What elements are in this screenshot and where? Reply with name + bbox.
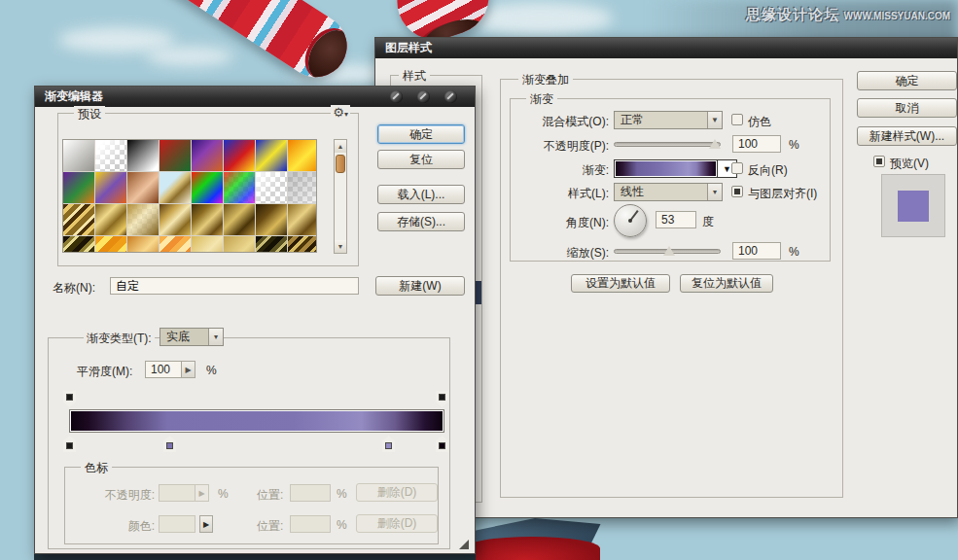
gradient-preset-swatch[interactable] (63, 204, 94, 235)
gear-icon[interactable]: ⚙▾ (331, 105, 350, 120)
gradient-preset-swatch[interactable] (192, 172, 223, 203)
styles-panel-label: 样式 (399, 68, 430, 85)
gradient-preset-swatch[interactable] (256, 140, 287, 171)
scale-slider[interactable] (614, 249, 721, 254)
gradient-editor-body: 预设 ⚙▾ ▲ ▼ 确定 复位 载入(L)... 存储(S)... (35, 107, 475, 553)
stop-opacity-spinner-button: ▶ (195, 484, 209, 502)
opacity-value[interactable]: 100 (732, 135, 781, 153)
gradient-preset-swatch[interactable] (127, 172, 159, 203)
angle-dial[interactable] (614, 204, 647, 237)
gradient-preset-swatch[interactable] (224, 140, 255, 171)
smoothness-value[interactable]: 100 (145, 361, 182, 378)
gradient-preset-swatch[interactable] (288, 236, 317, 253)
gradient-preset-swatch[interactable] (288, 204, 317, 235)
gradient-preset-swatch[interactable] (63, 236, 94, 253)
gradient-preset-swatch[interactable] (160, 172, 191, 203)
scroll-thumb[interactable] (336, 155, 345, 173)
preview-checkbox[interactable] (873, 156, 885, 167)
gradient-preset-swatch[interactable] (224, 236, 255, 253)
gradient-preset-swatch[interactable] (63, 140, 94, 171)
gradient-preset-swatch[interactable] (192, 204, 223, 235)
color-stop-chip (385, 442, 392, 449)
scroll-up-icon[interactable]: ▲ (335, 140, 346, 153)
gradient-preset-swatch[interactable] (160, 204, 191, 235)
gradient-preview[interactable] (614, 159, 718, 178)
gradient-preset-swatch[interactable] (192, 140, 223, 171)
gradient-preset-swatch[interactable] (127, 236, 159, 253)
name-input[interactable] (110, 277, 359, 295)
cloud (146, 47, 233, 66)
resize-grip[interactable] (459, 540, 469, 549)
gradient-preset-swatch[interactable] (95, 172, 126, 203)
gradient-type-value: 实底 (166, 329, 190, 345)
gradient-preset-swatch[interactable] (95, 140, 126, 171)
smoothness-spinner-button[interactable]: ▶ (182, 361, 195, 378)
cloud (467, 2, 613, 35)
scale-value[interactable]: 100 (732, 242, 781, 260)
gradient-preset-swatch[interactable] (288, 140, 317, 171)
ok-button[interactable]: 确定 (857, 71, 957, 90)
chevron-down-icon[interactable]: ▼ (707, 112, 722, 128)
ok-button[interactable]: 确定 (377, 124, 465, 144)
gradient-preset-swatch[interactable] (95, 204, 126, 235)
gradient-preset-swatch[interactable] (256, 236, 287, 253)
gradient-editor-titlebar[interactable]: 渐变编辑器 (35, 87, 475, 107)
gradient-overlay-section-title: 渐变叠加 (518, 72, 573, 88)
layer-style-title: 图层样式 (385, 40, 432, 56)
dither-label: 仿色 (748, 114, 771, 130)
gradient-preset-swatch[interactable] (63, 172, 94, 203)
angle-dial-center-dot (628, 219, 632, 223)
scale-unit: % (789, 245, 799, 259)
gradient-preset-swatch[interactable] (95, 236, 126, 253)
gradient-bar[interactable] (69, 409, 444, 433)
save-button[interactable]: 存储(S)... (377, 212, 465, 231)
gradient-preset-swatch[interactable] (224, 204, 255, 235)
align-checkbox[interactable] (731, 186, 743, 197)
watermark: 思缘设计论坛 WWW.MISSYUAN.COM (746, 6, 950, 24)
gradient-preset-swatch[interactable] (256, 172, 287, 203)
window-control-icon[interactable] (417, 90, 430, 103)
reverse-checkbox[interactable] (731, 162, 743, 174)
gradient-preset-swatch[interactable] (224, 172, 255, 203)
gradient-type-label: 渐变类型(T): (84, 331, 155, 347)
cancel-button[interactable]: 取消 (857, 98, 957, 118)
chevron-down-icon[interactable]: ▾ (208, 329, 223, 345)
watermark-title: 思缘设计论坛 (746, 6, 839, 22)
dither-checkbox[interactable] (731, 114, 743, 125)
delete-opacity-stop-button: 删除(D) (356, 483, 438, 502)
scroll-down-icon[interactable]: ▼ (335, 240, 346, 253)
preset-scrollbar[interactable]: ▲ ▼ (334, 139, 347, 254)
gradient-preset-swatch[interactable] (127, 140, 159, 171)
gradient-preset-swatch[interactable] (288, 172, 317, 203)
color-swatch-field (159, 515, 195, 533)
layer-style-titlebar[interactable]: 图层样式 (375, 38, 957, 58)
style-preview-swatch (881, 174, 945, 237)
gradient-preset-swatch[interactable] (160, 236, 191, 253)
style-value: 线性 (621, 184, 644, 200)
gradient-preset-swatch[interactable] (192, 236, 223, 253)
window-control-icon[interactable] (390, 90, 403, 103)
window-control-icon[interactable] (444, 90, 457, 103)
reverse-label: 反向(R) (748, 162, 788, 179)
opacity-slider[interactable] (614, 142, 721, 147)
new-button[interactable]: 新建(W) (375, 276, 465, 296)
color-position-value (290, 515, 331, 533)
watermark-url: WWW.MISSYUAN.COM (844, 11, 950, 21)
gradient-preset-swatch[interactable] (256, 204, 287, 235)
gradient-type-select[interactable]: 实底 ▾ (160, 328, 224, 346)
blend-mode-select[interactable]: 正常 ▼ (614, 111, 723, 129)
gradient-preset-swatch[interactable] (127, 204, 159, 235)
style-label: 样式(L): (516, 186, 609, 202)
dialog-bottom-edge (34, 553, 476, 560)
angle-value[interactable]: 53 (656, 211, 696, 228)
gradient-preset-swatch[interactable] (160, 140, 191, 171)
reset-default-button[interactable]: 复位为默认值 (680, 274, 773, 293)
chevron-down-icon[interactable]: ▾ (707, 184, 722, 200)
set-default-button[interactable]: 设置为默认值 (571, 274, 670, 293)
style-select[interactable]: 线性 ▾ (614, 183, 723, 201)
color-picker-arrow-button[interactable]: ▶ (199, 515, 213, 533)
new-style-button[interactable]: 新建样式(W)... (857, 126, 957, 146)
reset-button[interactable]: 复位 (377, 150, 465, 169)
color-stop-chip (439, 442, 445, 449)
load-button[interactable]: 载入(L)... (377, 185, 465, 204)
